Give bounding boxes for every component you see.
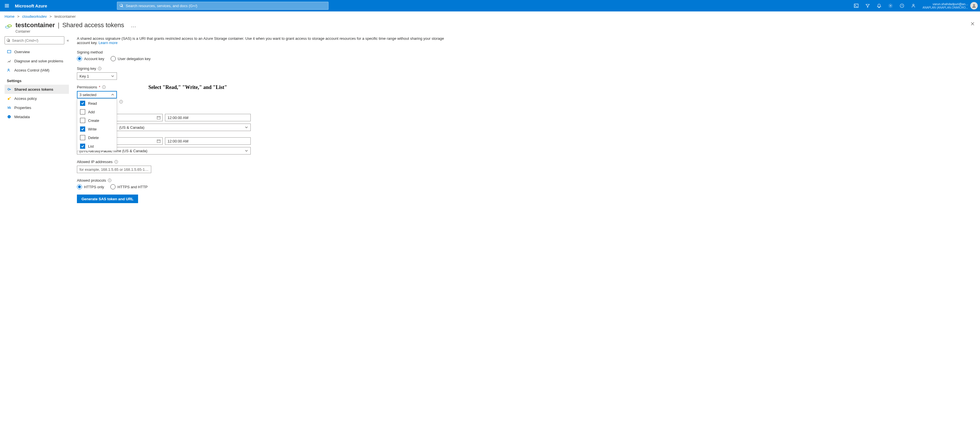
checkbox[interactable] xyxy=(80,143,85,149)
signing-key-select[interactable]: Key 1 xyxy=(77,72,117,80)
start-time-value: 12:00:00 AM xyxy=(167,116,188,120)
info-icon[interactable]: i xyxy=(98,67,102,70)
sidebar-search-input[interactable] xyxy=(12,38,62,43)
learn-more-link[interactable]: Learn more xyxy=(99,41,118,45)
permission-option-write[interactable]: Write xyxy=(77,125,117,133)
info-icon[interactable]: i xyxy=(115,160,118,164)
metadata-icon: i xyxy=(7,115,11,119)
option-label: Add xyxy=(88,110,95,114)
option-label: Write xyxy=(88,127,97,131)
permissions-value: 3 selected xyxy=(80,93,96,97)
end-date-input[interactable] xyxy=(117,137,163,145)
start-date-input[interactable] xyxy=(117,114,163,121)
search-icon xyxy=(6,38,10,42)
account-menu[interactable]: varun.shahdadpuri@an... ANAPLAN (ANAPLAN… xyxy=(919,2,980,10)
sidebar-collapse-button[interactable]: « xyxy=(67,38,69,43)
hamburger-menu[interactable] xyxy=(0,0,14,11)
sidebar-item-label: Access policy xyxy=(14,96,37,101)
checkbox[interactable] xyxy=(80,101,85,106)
sidebar-item-iam[interactable]: Access Control (IAM) xyxy=(5,65,69,75)
signing-method-label: Signing method xyxy=(77,50,446,54)
breadcrumb-level-1[interactable]: cloudworksdev xyxy=(22,14,47,19)
info-icon[interactable]: i xyxy=(108,179,111,182)
radio-https-only[interactable]: HTTPS only xyxy=(77,184,104,190)
info-icon[interactable]: i xyxy=(119,100,123,104)
checkbox[interactable] xyxy=(80,109,85,115)
feedback-button[interactable] xyxy=(908,0,919,11)
container-icon xyxy=(5,22,13,30)
blade-close-button[interactable] xyxy=(970,21,975,27)
intro-text: A shared access signature (SAS) is a URI… xyxy=(77,36,446,45)
allowed-ip-input[interactable]: for example, 168.1.5.65 or 168.1.5.65-16… xyxy=(77,166,151,173)
breadcrumb-home[interactable]: Home xyxy=(5,14,14,19)
sidebar-item-properties[interactable]: Properties xyxy=(5,103,69,112)
checkbox[interactable] xyxy=(80,118,85,123)
blade-more-button[interactable]: ⋯ xyxy=(131,24,136,30)
radio-label: HTTPS and HTTP xyxy=(118,185,148,189)
main-content: A shared access signature (SAS) is a URI… xyxy=(69,36,446,203)
global-search[interactable] xyxy=(117,2,328,10)
start-time-input[interactable]: 12:00:00 AM xyxy=(165,114,251,121)
permission-option-read[interactable]: Read xyxy=(77,99,117,108)
notifications-button[interactable] xyxy=(873,0,885,11)
permission-option-add[interactable]: Add xyxy=(77,108,117,116)
breadcrumb-sep: > xyxy=(48,14,54,19)
radio-https-and-http[interactable]: HTTPS and HTTP xyxy=(110,184,148,190)
svg-text:i: i xyxy=(9,116,10,118)
key-icon xyxy=(7,96,11,100)
sidebar-item-label: Access Control (IAM) xyxy=(14,68,49,72)
close-icon xyxy=(970,21,975,26)
radio-user-delegation-key[interactable]: User delegation key xyxy=(111,56,151,61)
checkbox[interactable] xyxy=(80,126,85,132)
chevron-down-icon xyxy=(245,149,248,153)
generate-sas-button[interactable]: Generate SAS token and URL xyxy=(77,194,138,203)
cloud-shell-button[interactable] xyxy=(851,0,862,11)
breadcrumb-sep: > xyxy=(16,14,21,19)
feedback-icon xyxy=(911,3,916,8)
required-indicator: * xyxy=(99,85,100,89)
sidebar-search[interactable] xyxy=(5,36,64,45)
allowed-protocols-label: Allowed protocols xyxy=(77,178,106,183)
hamburger-icon xyxy=(4,3,10,8)
global-search-input[interactable] xyxy=(126,4,326,8)
account-directory: ANAPLAN (ANAPLAN.ONMICRO... xyxy=(923,6,968,10)
chevron-down-icon xyxy=(111,74,115,78)
sidebar-item-sas[interactable]: Shared access tokens xyxy=(5,84,69,94)
start-tz-value: (US & Canada) xyxy=(119,125,144,129)
blade-title-sep: | xyxy=(58,21,59,29)
sidebar-item-diagnose[interactable]: Diagnose and solve problems xyxy=(5,56,69,65)
sidebar-item-access-policy[interactable]: Access policy xyxy=(5,94,69,103)
chevron-down-icon xyxy=(245,126,248,129)
permissions-dropdown: Read Add Create Write Delete xyxy=(77,99,117,151)
svg-point-0 xyxy=(890,5,891,6)
svg-text:i: i xyxy=(116,160,116,163)
svg-rect-19 xyxy=(157,116,161,119)
sidebar-item-overview[interactable]: Overview xyxy=(5,47,69,56)
blade-subtype: Container xyxy=(16,29,136,33)
info-icon[interactable]: i xyxy=(102,85,106,89)
settings-button[interactable] xyxy=(885,0,896,11)
directories-button[interactable] xyxy=(862,0,873,11)
permission-option-create[interactable]: Create xyxy=(77,116,117,125)
radio-label: Account key xyxy=(84,57,104,61)
svg-rect-7 xyxy=(8,50,11,53)
radio-account-key[interactable]: Account key xyxy=(77,56,104,61)
sidebar-item-metadata[interactable]: i Metadata xyxy=(5,112,69,121)
permissions-select[interactable]: 3 selected xyxy=(77,91,117,99)
search-icon xyxy=(119,4,124,8)
breadcrumb-current: testcontainer xyxy=(54,14,75,19)
chevron-up-icon xyxy=(111,93,115,96)
sidebar-item-label: Diagnose and solve problems xyxy=(14,59,63,63)
permission-option-list[interactable]: List xyxy=(77,142,117,150)
end-time-input[interactable]: 12:00:00 AM xyxy=(165,137,251,145)
brand-label[interactable]: Microsoft Azure xyxy=(14,3,51,8)
permission-option-delete[interactable]: Delete xyxy=(77,133,117,142)
checkbox[interactable] xyxy=(80,135,85,140)
svg-point-3 xyxy=(913,4,914,6)
start-timezone-select[interactable]: (US & Canada) xyxy=(117,124,251,131)
svg-point-5 xyxy=(5,26,10,28)
avatar xyxy=(970,2,978,10)
annotation-text: Select "Read," "Write," and "List" xyxy=(148,84,227,91)
option-label: Read xyxy=(88,101,97,105)
help-button[interactable]: ? xyxy=(896,0,908,11)
